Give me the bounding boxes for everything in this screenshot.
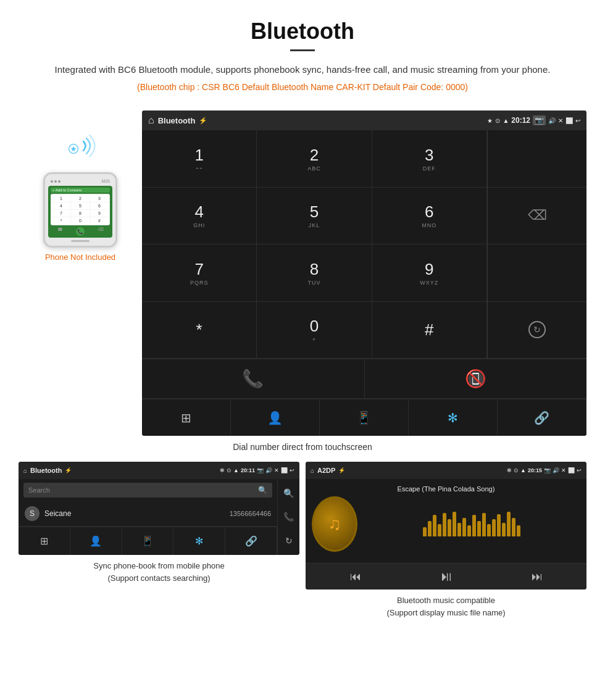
play-pause-button[interactable]: ⏯ — [440, 569, 453, 585]
contact-avatar: S — [25, 506, 40, 521]
keypad-button[interactable]: ⊞ — [142, 399, 231, 436]
signal-icon: ▲ — [503, 117, 509, 124]
phone-mockup: M20 + Add to Contacts 1 2 3 4 5 6 7 8 9 … — [43, 172, 117, 248]
usb-icon: ⚡ — [199, 117, 207, 125]
music-caption: Bluetooth music compatible (Support disp… — [306, 594, 586, 619]
ms-camera-icon[interactable]: 📷 — [544, 467, 551, 473]
album-art: ♫ — [312, 496, 357, 552]
home-icon[interactable]: ⌂ — [148, 115, 154, 126]
dial-keypad-grid: 1 ⌁⌁ 2 ABC 3 DEF 4 GHI 5 JKL — [142, 130, 488, 359]
contacts-button[interactable]: 👤 — [231, 399, 320, 436]
pb-home-icon: ⌂ — [23, 467, 27, 474]
prev-button[interactable]: ⏮ — [350, 570, 361, 583]
dial-key-3[interactable]: 3 DEF — [372, 130, 487, 188]
volume-icon[interactable]: 🔊 — [548, 117, 556, 124]
pb-search-bar[interactable]: Search 🔍 — [23, 483, 272, 498]
music-section: ⌂ A2DP ⚡ ✻ ⊙ ▲ 20:15 📷 🔊 ✕ ⬜ ↩ — [306, 462, 586, 619]
dial-key-4[interactable]: 4 GHI — [142, 188, 257, 245]
dial-status-bar: ⌂ Bluetooth ⚡ ★ ⊙ ▲ 20:12 📷 🔊 ✕ ⬜ ↩ — [142, 110, 586, 130]
ms-bt-icon: ✻ — [507, 467, 512, 473]
phone-button[interactable]: 📱 — [320, 399, 409, 436]
ms-vol-icon[interactable]: 🔊 — [553, 467, 559, 473]
dial-key-hash[interactable]: # — [372, 302, 487, 359]
pb-signal-icon: ▲ — [233, 467, 239, 473]
ms-win-icon[interactable]: ⬜ — [568, 467, 575, 473]
music-main-content: Escape (The Pina Colada Song) ♫ — [306, 479, 586, 563]
next-button[interactable]: ⏭ — [532, 570, 543, 583]
pb-link-btn[interactable]: 🔗 — [225, 527, 277, 555]
dial-time: 20:12 — [511, 116, 530, 125]
pb-close-icon[interactable]: ✕ — [274, 467, 279, 473]
pb-win-icon[interactable]: ⬜ — [281, 467, 288, 473]
title-divider — [290, 49, 315, 51]
redial-button[interactable]: ↻ — [488, 302, 586, 359]
ms-close-icon[interactable]: ✕ — [561, 467, 566, 473]
dial-key-1[interactable]: 1 ⌁⌁ — [142, 130, 257, 188]
music-visualizer — [364, 512, 580, 536]
close-icon[interactable]: ✕ — [558, 117, 563, 124]
pb-r-phone-icon[interactable]: 📞 — [283, 512, 294, 522]
dial-key-8[interactable]: 8 TUV — [257, 244, 372, 302]
page-title: Bluetooth — [37, 19, 568, 44]
bluetooth-waves: ⍟ — [56, 129, 105, 166]
phonebook-caption: Sync phone-book from mobile phone (Suppo… — [19, 560, 299, 584]
phone-illustration: ⍟ M20 + Add to Contacts — [19, 110, 142, 262]
dial-key-7[interactable]: 7 PQRS — [142, 244, 257, 302]
pb-back-icon[interactable]: ↩ — [290, 467, 294, 473]
dial-key-6[interactable]: 6 MNO — [372, 188, 487, 245]
backspace-button[interactable]: ⌫ — [488, 188, 586, 245]
phonebook-screen: ⌂ Bluetooth ⚡ ✻ ⊙ ▲ 20:11 📷 🔊 ✕ ⬜ ↩ — [19, 462, 299, 555]
link-button[interactable]: 🔗 — [498, 399, 586, 436]
call-green-icon: 📞 — [242, 369, 264, 389]
dial-key-star[interactable]: * — [142, 302, 257, 359]
pb-action-bar: ⊞ 👤 📱 ✻ 🔗 — [19, 527, 277, 555]
pb-camera-icon[interactable]: 📷 — [257, 467, 264, 473]
dial-action-bar: ⊞ 👤 📱 ✻ 🔗 — [142, 399, 586, 436]
contact-row[interactable]: S Seicane 13566664466 — [19, 501, 277, 527]
pb-right-icons: 🔍 📞 ↻ — [277, 479, 299, 555]
pb-time: 20:11 — [241, 467, 255, 473]
hangup-icon: 📵 — [465, 369, 486, 389]
pb-vol-icon[interactable]: 🔊 — [265, 467, 272, 473]
redial-icon: ↻ — [528, 321, 546, 338]
window-icon[interactable]: ⬜ — [565, 117, 573, 124]
music-controls: ⏮ ⏯ ⏭ — [306, 563, 586, 590]
pb-usb-icon: ⚡ — [65, 467, 72, 473]
pb-phone-btn[interactable]: 📱 — [122, 527, 174, 555]
pb-keypad-btn[interactable]: ⊞ — [19, 527, 70, 555]
camera-icon[interactable]: 📷 — [533, 115, 546, 125]
call-green-button[interactable]: 📞 — [142, 359, 365, 399]
music-note-icon: ♫ — [328, 514, 341, 534]
ms-home-icon: ⌂ — [311, 467, 314, 474]
pb-r-sync-icon[interactable]: ↻ — [285, 536, 293, 546]
contact-phone: 13566664466 — [230, 510, 271, 517]
pb-bt-btn[interactable]: ✻ — [173, 527, 225, 555]
pb-contacts-btn[interactable]: 👤 — [70, 527, 122, 555]
phone-not-included-label: Phone Not Included — [45, 252, 115, 262]
ms-app-title: A2DP — [317, 467, 335, 474]
dial-key-0[interactable]: 0 + — [257, 302, 372, 359]
ms-location-icon: ⊙ — [514, 467, 519, 473]
pb-r-search-icon[interactable]: 🔍 — [283, 488, 294, 498]
empty-cell — [488, 244, 586, 302]
dial-key-5[interactable]: 5 JKL — [257, 188, 372, 245]
back-icon[interactable]: ↩ — [575, 117, 580, 124]
song-title: Escape (The Pina Colada Song) — [398, 485, 495, 493]
hangup-button[interactable]: 📵 — [365, 359, 587, 399]
dial-key-9[interactable]: 9 WXYZ — [372, 244, 487, 302]
pb-bt-icon: ✻ — [220, 467, 225, 473]
contact-name: Seicane — [44, 509, 230, 518]
ms-usb-icon: ⚡ — [338, 467, 345, 473]
dial-caption: Dial number direct from touchscreen — [0, 442, 605, 452]
ms-back-icon[interactable]: ↩ — [577, 467, 582, 473]
ms-signal-icon: ▲ — [520, 467, 526, 473]
pb-search-placeholder: Search — [28, 486, 50, 494]
pb-status-bar: ⌂ Bluetooth ⚡ ✻ ⊙ ▲ 20:11 📷 🔊 ✕ ⬜ ↩ — [19, 462, 299, 479]
location-icon: ⊙ — [495, 117, 500, 124]
dial-key-2[interactable]: 2 ABC — [257, 130, 372, 188]
dial-display-area — [488, 130, 586, 188]
dial-app-title: Bluetooth — [158, 116, 196, 125]
page-description: Integrated with BC6 Bluetooth module, su… — [37, 62, 568, 77]
bt-button[interactable]: ✻ — [409, 399, 498, 436]
backspace-icon: ⌫ — [528, 207, 547, 223]
